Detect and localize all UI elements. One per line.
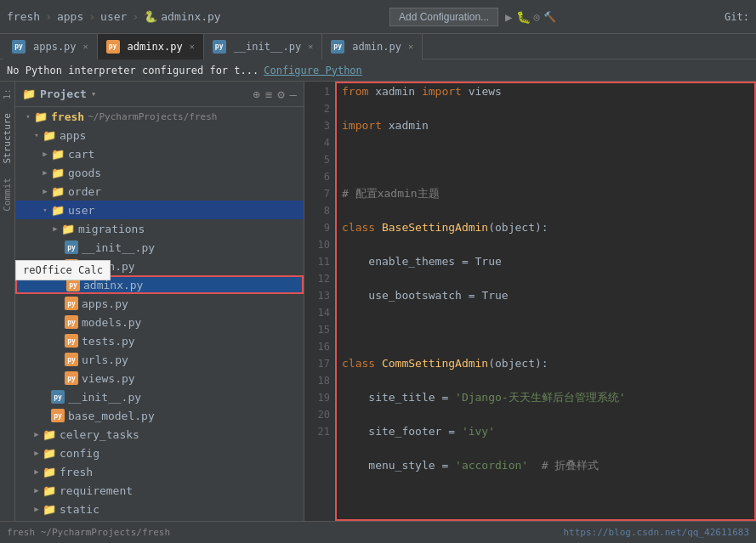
- git-label: Git:: [725, 11, 749, 23]
- tree-views-py[interactable]: ▶ py views.py: [15, 369, 304, 387]
- tree-celery-tasks[interactable]: ▶ 📁 celery_tasks: [15, 425, 304, 444]
- configure-python-link[interactable]: Configure Python: [264, 65, 362, 76]
- tab-icon-admin: py: [331, 40, 344, 54]
- left-tab-commit[interactable]: Commit: [0, 171, 14, 218]
- tree-base-model-py-icon: py: [51, 409, 65, 422]
- tab-icon-adminx: py: [106, 40, 120, 54]
- tree-config-label: config: [60, 447, 99, 460]
- tabs-bar: py apps.py ✕ py adminx.py ✕ py __init__.…: [0, 34, 756, 59]
- debug-icon[interactable]: 🐛: [516, 10, 531, 24]
- tab-admin-py[interactable]: py admin.py ✕: [322, 34, 423, 59]
- tree-fresh-folder[interactable]: ▶ 📁 fresh: [15, 462, 304, 481]
- breadcrumb-apps: apps: [57, 10, 83, 23]
- status-left: fresh ~/PycharmProjects/fresh: [7, 527, 170, 538]
- git-section: Git:: [725, 11, 749, 23]
- tree-base-model-py[interactable]: ▶ py base_model.py: [15, 406, 304, 425]
- sidebar-header: 📁 Project ▾ ⊕ ≡ ⚙ —: [15, 82, 304, 107]
- profile-icon[interactable]: ◎: [534, 11, 540, 23]
- tree-apps-init[interactable]: ▶ py __init__.py: [15, 387, 304, 406]
- add-configuration-button[interactable]: Add Configuration...: [389, 8, 498, 26]
- tree-celery-arrow: ▶: [31, 428, 43, 440]
- tab-close-apps[interactable]: ✕: [83, 42, 88, 51]
- tree-static-icon: 📁: [43, 502, 56, 516]
- tree-migrations-label: migrations: [78, 223, 145, 235]
- tree-cart-icon: 📁: [51, 147, 65, 161]
- tree-apps-label: apps: [60, 129, 86, 142]
- tree-config-icon: 📁: [43, 446, 56, 460]
- tree-apps[interactable]: ▾ 📁 apps: [15, 126, 304, 144]
- tree-user-arrow: ▾: [39, 204, 51, 216]
- tab-adminx-py[interactable]: py adminx.py ✕: [98, 34, 204, 59]
- tree-urls-py[interactable]: ▶ py urls.py: [15, 350, 304, 369]
- tab-close-init[interactable]: ✕: [308, 42, 313, 51]
- tree-requirement-label: requirement: [60, 484, 133, 497]
- tree-models-py[interactable]: ▶ py models.py: [15, 313, 304, 331]
- breadcrumb: fresh › apps › user › 🐍 adminx.py: [7, 10, 221, 24]
- code-content[interactable]: from xadmin import views import xadmin #…: [335, 82, 756, 521]
- tree-models-py-label: models.py: [82, 316, 141, 329]
- line-numbers: 1 2 3 4 5 6 7 8 9 10 11 12 13 14 15 16 1…: [304, 82, 335, 521]
- tree-static-arrow: ▶: [31, 503, 43, 515]
- tree-celery-label: celery_tasks: [60, 428, 139, 441]
- tree-migrations[interactable]: ▶ 📁 migrations: [15, 219, 304, 238]
- breadcrumb-user: user: [100, 10, 127, 23]
- tab-apps-py[interactable]: py apps.py ✕: [3, 34, 98, 59]
- run-icon[interactable]: ▶: [505, 10, 512, 24]
- tree-views-py-label: views.py: [82, 372, 135, 385]
- tree-root[interactable]: ▾ 📁 fresh ~/PycharmProjects/fresh: [15, 107, 304, 126]
- tree-user-init-label: __init__.py: [82, 241, 155, 254]
- tree-celery-icon: 📁: [43, 427, 56, 441]
- breadcrumb-file: adminx.py: [161, 10, 220, 23]
- tree-user[interactable]: ▾ 📁 user: [15, 201, 304, 219]
- tree-config-arrow: ▶: [31, 447, 43, 459]
- code-editor[interactable]: 1 2 3 4 5 6 7 8 9 10 11 12 13 14 15 16 1…: [304, 82, 756, 521]
- code-area: 1 2 3 4 5 6 7 8 9 10 11 12 13 14 15 16 1…: [304, 82, 756, 521]
- status-bar: fresh ~/PycharmProjects/fresh https://bl…: [0, 521, 756, 543]
- tree-apps-init-label: __init__.py: [68, 391, 141, 404]
- tree-tests-py-icon: py: [65, 334, 78, 348]
- sidebar-actions: ⊕ ≡ ⚙ —: [253, 88, 297, 101]
- sidebar-dropdown-icon[interactable]: ▾: [91, 88, 97, 99]
- tree-urls-py-label: urls.py: [82, 354, 128, 366]
- sidebar-title: 📁 Project ▾: [22, 88, 96, 100]
- build-icon[interactable]: 🔨: [543, 11, 556, 23]
- tree-user-icon: 📁: [51, 203, 65, 217]
- tree-order[interactable]: ▶ 📁 order: [15, 182, 304, 201]
- tree-root-folder-icon: 📁: [34, 110, 48, 123]
- tab-close-admin[interactable]: ✕: [408, 42, 413, 51]
- tree-goods[interactable]: ▶ 📁 goods: [15, 163, 304, 182]
- tree-root-path: ~/PycharmProjects/fresh: [88, 111, 217, 122]
- tree-urls-py-icon: py: [65, 353, 78, 366]
- sidebar-minimize-icon[interactable]: —: [290, 88, 297, 101]
- tree-apps-icon: 📁: [43, 128, 56, 142]
- warning-bar: No Python interpreter configured for t..…: [0, 59, 756, 82]
- tree-requirement[interactable]: ▶ 📁 requirement: [15, 481, 304, 500]
- tree-user-init[interactable]: ▶ py __init__.py: [15, 238, 304, 257]
- tab-label-apps: apps.py: [33, 41, 77, 53]
- tree-cart[interactable]: ▶ 📁 cart: [15, 144, 304, 163]
- sidebar-settings-icon[interactable]: ⚙: [277, 88, 284, 101]
- tree-cart-label: cart: [68, 148, 94, 161]
- tree-user-init-icon: py: [65, 240, 78, 254]
- sidebar-locate-icon[interactable]: ⊕: [253, 88, 259, 101]
- tree-static[interactable]: ▶ 📁 static: [15, 500, 304, 518]
- tree-static-label: static: [60, 503, 99, 516]
- warning-text: No Python interpreter configured for t..…: [7, 65, 259, 76]
- tree-migrations-arrow: ▶: [49, 223, 61, 235]
- file-tree: ▾ 📁 fresh ~/PycharmProjects/fresh ▾ 📁 ap…: [15, 107, 304, 521]
- tree-tests-py[interactable]: ▶ py tests.py: [15, 331, 304, 350]
- tree-fresh-label: fresh: [60, 466, 93, 478]
- tree-fresh-arrow: ▶: [31, 466, 43, 478]
- tab-init-py[interactable]: py __init__.py ✕: [204, 34, 323, 59]
- left-tab-1[interactable]: 1:: [0, 82, 14, 106]
- sidebar-collapse-icon[interactable]: ≡: [265, 88, 272, 101]
- left-tab-structure[interactable]: Structure: [0, 106, 14, 171]
- tree-apps-py[interactable]: ▶ py apps.py: [15, 294, 304, 313]
- tab-close-adminx[interactable]: ✕: [190, 42, 195, 51]
- breadcrumb-fresh: fresh: [7, 10, 40, 23]
- tree-requirement-arrow: ▶: [31, 484, 43, 496]
- tree-order-arrow: ▶: [39, 185, 51, 197]
- tree-user-label: user: [68, 204, 94, 217]
- tree-config[interactable]: ▶ 📁 config: [15, 444, 304, 462]
- title-bar: fresh › apps › user › 🐍 adminx.py Add Co…: [0, 0, 756, 34]
